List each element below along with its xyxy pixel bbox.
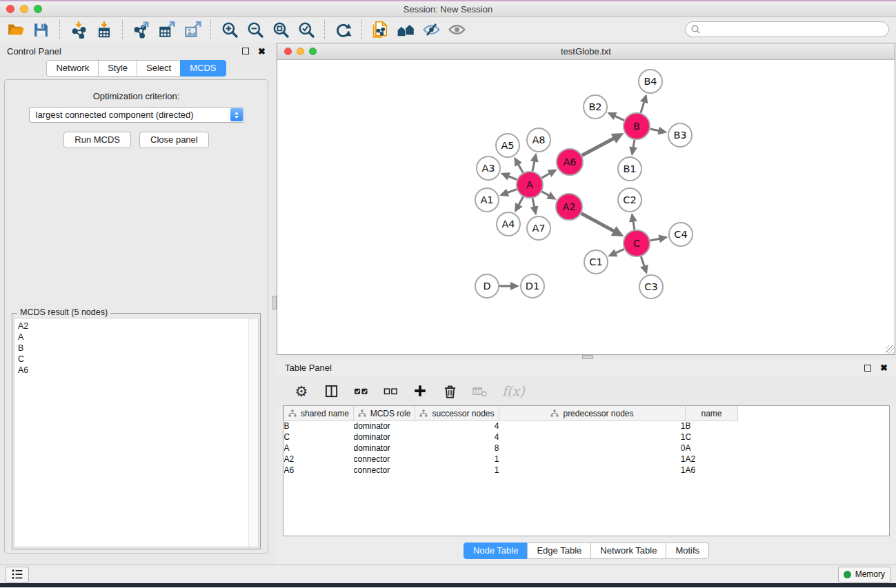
tab-edge-table[interactable]: Edge Table <box>527 543 591 559</box>
export-network-button[interactable] <box>128 19 154 41</box>
graph-edge[interactable] <box>641 102 644 113</box>
tab-motifs[interactable]: Motifs <box>666 543 709 559</box>
criterion-select[interactable]: largest connected component (directed) <box>29 107 244 123</box>
export-table-button[interactable] <box>154 19 179 41</box>
close-window-icon[interactable] <box>6 5 14 13</box>
graph-edge[interactable] <box>633 140 635 148</box>
search-field-wrap <box>685 21 889 37</box>
graph-edge[interactable] <box>641 256 644 267</box>
control-panel-title: Control Panel <box>7 46 61 57</box>
table-row[interactable]: Bdominator41B <box>284 420 890 432</box>
unselect-all-columns-button[interactable] <box>383 384 398 398</box>
mcds-result-item[interactable]: B <box>18 343 245 354</box>
zoom-selected-button[interactable] <box>293 19 319 41</box>
tab-select[interactable]: Select <box>137 60 181 77</box>
node-table-container: shared name MCDS role successor nodes pr… <box>283 405 890 536</box>
graph-edge[interactable] <box>532 199 535 207</box>
zoom-out-button[interactable] <box>242 19 268 41</box>
column-header-name[interactable]: name <box>686 406 738 420</box>
memory-button[interactable]: Memory <box>838 567 890 582</box>
run-mcds-button[interactable]: Run MCDS <box>63 132 131 148</box>
float-table-panel-icon[interactable] <box>864 365 871 372</box>
create-column-button[interactable] <box>412 384 428 398</box>
zoom-in-button[interactable] <box>217 19 242 41</box>
graph-edge[interactable] <box>633 221 635 230</box>
tab-network[interactable]: Network <box>46 60 99 77</box>
mcds-result-item[interactable]: A <box>18 332 245 343</box>
float-panel-icon[interactable] <box>242 48 249 54</box>
graph-edge[interactable] <box>581 214 615 232</box>
table-cell: 1 <box>499 432 686 443</box>
table-cell: dominator <box>354 420 415 432</box>
graph-node-label: A4 <box>501 219 515 230</box>
table-row[interactable]: Adominator80A <box>284 443 890 454</box>
table-row[interactable]: A6connector11A6 <box>284 465 890 476</box>
zoom-window-icon[interactable] <box>34 5 42 13</box>
edge-arrowhead-icon <box>629 213 637 223</box>
graph-edge[interactable] <box>541 173 550 178</box>
graph-edge[interactable] <box>650 129 659 131</box>
save-session-button[interactable] <box>28 19 54 41</box>
graph-node-label: A2 <box>562 201 575 212</box>
export-image-button[interactable] <box>179 19 205 41</box>
function-builder-button[interactable]: f(x) <box>502 383 525 398</box>
delete-table-button[interactable] <box>472 384 488 398</box>
network-view-window: testGlobe.txt AA1A2A3A4A5A6A7A8BB1B2B3B4… <box>277 43 895 355</box>
attribute-icon <box>358 409 366 418</box>
table-options-button[interactable]: ⚙ <box>294 384 309 398</box>
minimize-network-icon[interactable] <box>297 48 304 55</box>
close-table-panel-icon[interactable]: ✖ <box>880 363 888 372</box>
resize-grip-icon[interactable] <box>886 345 895 354</box>
tab-mcds[interactable]: MCDS <box>180 60 226 77</box>
horizontal-split-divider[interactable] <box>277 355 896 359</box>
split-handle[interactable] <box>582 355 593 359</box>
table-cell: 8 <box>415 443 499 454</box>
open-session-button[interactable] <box>3 19 28 41</box>
select-all-columns-button[interactable] <box>353 384 368 398</box>
search-input[interactable] <box>685 21 889 37</box>
mcds-result-item[interactable]: C <box>18 354 245 365</box>
show-graphics-details-button[interactable] <box>444 19 470 41</box>
hide-selected-button[interactable] <box>419 19 444 41</box>
new-network-from-selection-button[interactable] <box>368 19 393 41</box>
graph-edge[interactable] <box>508 176 517 180</box>
table-row[interactable]: Cdominator41C <box>284 432 890 443</box>
zoom-fit-button[interactable] <box>268 19 293 41</box>
graph-edge[interactable] <box>519 197 524 205</box>
graph-edge[interactable] <box>541 192 549 196</box>
mcds-result-item[interactable]: A6 <box>18 365 245 376</box>
houses-icon <box>397 21 416 39</box>
close-network-icon[interactable] <box>284 48 292 55</box>
zoom-network-icon[interactable] <box>309 48 317 55</box>
tab-node-table[interactable]: Node Table <box>464 543 528 559</box>
graph-edge[interactable] <box>650 239 660 241</box>
graph-edge[interactable] <box>518 164 523 173</box>
column-header-predecessor-nodes[interactable]: predecessor nodes <box>499 406 686 420</box>
tab-network-table[interactable]: Network Table <box>590 543 666 559</box>
network-canvas[interactable]: AA1A2A3A4A5A6A7A8BB1B2B3B4CC1C2C3C4DD1 <box>277 60 895 354</box>
column-header-mcds-role[interactable]: MCDS role <box>354 406 415 420</box>
tab-style[interactable]: Style <box>98 60 137 77</box>
delete-column-button[interactable] <box>442 384 457 398</box>
import-table-button[interactable] <box>91 19 117 41</box>
result-scrollbar[interactable] <box>248 318 258 547</box>
refresh-view-button[interactable] <box>330 19 356 41</box>
column-header-shared-name[interactable]: shared name <box>284 406 354 420</box>
graph-edge[interactable] <box>532 161 535 171</box>
close-panel-icon[interactable]: ✖ <box>258 47 266 56</box>
minimize-window-icon[interactable] <box>20 5 28 13</box>
mcds-result-item[interactable]: A2 <box>18 321 245 332</box>
column-header-successor-nodes[interactable]: successor nodes <box>415 406 499 420</box>
graph-edge[interactable] <box>507 190 517 193</box>
column-browser-button[interactable] <box>323 384 339 398</box>
import-network-button[interactable] <box>66 19 91 41</box>
graph-edge[interactable] <box>582 138 615 155</box>
graph-edge[interactable] <box>615 116 624 120</box>
graph-edge[interactable] <box>615 249 624 253</box>
zoom-selected-icon <box>297 21 315 39</box>
close-panel-button[interactable]: Close panel <box>139 132 209 148</box>
task-history-button[interactable] <box>6 567 29 582</box>
show-all-nodes-button[interactable] <box>393 19 419 41</box>
table-row[interactable]: A2connector11A2 <box>284 454 890 465</box>
zoom-in-icon <box>221 21 239 39</box>
